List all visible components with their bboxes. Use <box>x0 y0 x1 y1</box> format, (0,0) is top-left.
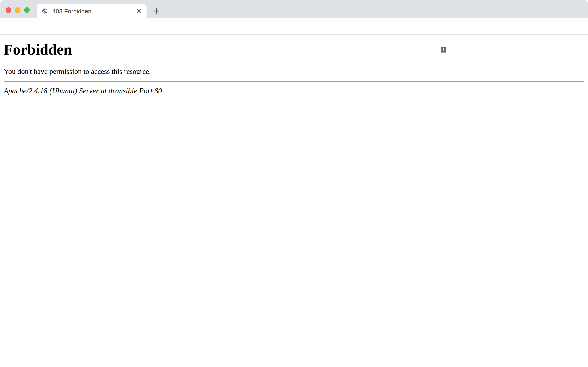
minimize-button[interactable] <box>15 7 20 13</box>
error-page: Forbidden You don't have permission to a… <box>0 35 588 367</box>
tab-403-forbidden[interactable]: 403 Forbidden <box>37 4 147 18</box>
new-tab-button[interactable] <box>152 6 161 16</box>
tab-title: 403 Forbidden <box>52 8 91 15</box>
tab-strip: 403 Forbidden <box>0 0 588 18</box>
tab-close-icon[interactable] <box>136 8 142 15</box>
window-controls <box>6 7 30 13</box>
globe-icon <box>42 8 48 14</box>
error-message: You don't have permission to access this… <box>4 67 584 76</box>
browser-toolbar: Not Secure dransible/ 1 U V <box>0 18 588 35</box>
zoom-button[interactable] <box>24 7 30 13</box>
close-button[interactable] <box>6 7 11 13</box>
extension-badge: 1 <box>440 47 447 53</box>
browser-window: 403 Forbidden <box>0 0 588 367</box>
server-signature: Apache/2.4.18 (Ubuntu) Server at dransib… <box>4 86 584 96</box>
divider <box>4 81 584 82</box>
page-title: Forbidden <box>4 41 584 58</box>
